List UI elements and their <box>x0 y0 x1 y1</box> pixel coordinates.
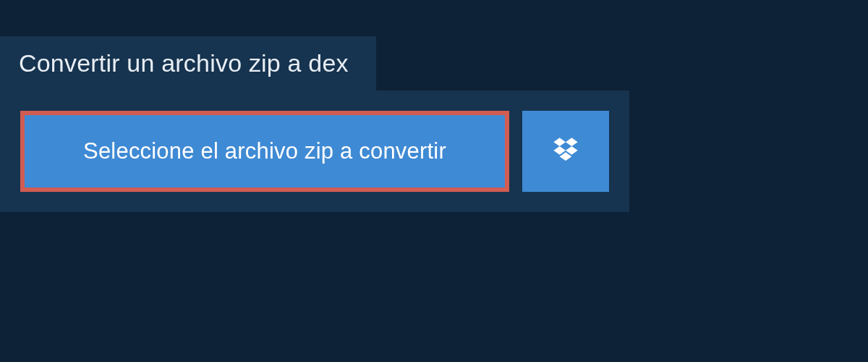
select-file-button[interactable]: Seleccione el archivo zip a convertir <box>20 111 509 192</box>
upload-panel: Seleccione el archivo zip a convertir <box>0 90 629 212</box>
dropbox-icon <box>551 135 580 167</box>
converter-section: Convertir un archivo zip a dex Seleccion… <box>0 36 868 212</box>
page-title: Convertir un archivo zip a dex <box>0 36 376 90</box>
select-file-label: Seleccione el archivo zip a convertir <box>83 138 446 164</box>
dropbox-button[interactable] <box>522 111 609 192</box>
